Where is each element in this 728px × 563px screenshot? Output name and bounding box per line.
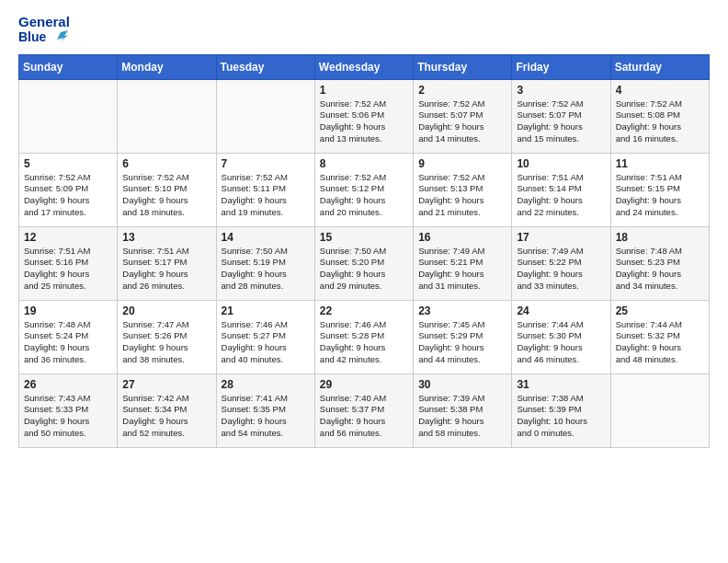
day-number: 9 (418, 157, 506, 170)
weekday-thursday: Thursday (414, 54, 512, 79)
day-cell: 14Sunrise: 7:50 AM Sunset: 5:19 PM Dayli… (216, 226, 314, 300)
logo-container: General Blue (18, 15, 70, 45)
day-number: 1 (320, 84, 408, 97)
day-cell: 22Sunrise: 7:46 AM Sunset: 5:28 PM Dayli… (314, 300, 413, 373)
day-number: 5 (24, 157, 112, 170)
day-number: 2 (418, 84, 506, 97)
week-row-5: 26Sunrise: 7:43 AM Sunset: 5:33 PM Dayli… (19, 373, 710, 447)
day-cell: 16Sunrise: 7:49 AM Sunset: 5:21 PM Dayli… (414, 226, 512, 300)
day-info: Sunrise: 7:41 AM Sunset: 5:35 PM Dayligh… (222, 393, 310, 440)
day-number: 18 (616, 231, 704, 244)
day-info: Sunrise: 7:39 AM Sunset: 5:38 PM Dayligh… (418, 393, 506, 440)
week-row-1: 1Sunrise: 7:52 AM Sunset: 5:06 PM Daylig… (19, 79, 710, 153)
day-info: Sunrise: 7:52 AM Sunset: 5:10 PM Dayligh… (122, 172, 210, 219)
day-cell (216, 79, 314, 153)
day-cell: 20Sunrise: 7:47 AM Sunset: 5:26 PM Dayli… (118, 300, 216, 373)
day-number: 13 (122, 231, 210, 244)
day-cell (19, 79, 118, 153)
day-number: 7 (222, 157, 310, 170)
day-cell: 26Sunrise: 7:43 AM Sunset: 5:33 PM Dayli… (19, 373, 118, 447)
calendar-table: SundayMondayTuesdayWednesdayThursdayFrid… (18, 54, 710, 448)
day-number: 17 (517, 231, 605, 244)
day-cell: 11Sunrise: 7:51 AM Sunset: 5:15 PM Dayli… (610, 153, 709, 226)
week-row-4: 19Sunrise: 7:48 AM Sunset: 5:24 PM Dayli… (19, 300, 710, 373)
day-cell: 17Sunrise: 7:49 AM Sunset: 5:22 PM Dayli… (512, 226, 610, 300)
logo: General Blue (18, 15, 70, 45)
day-info: Sunrise: 7:45 AM Sunset: 5:29 PM Dayligh… (418, 319, 506, 366)
weekday-wednesday: Wednesday (314, 54, 413, 79)
day-number: 14 (222, 231, 310, 244)
day-info: Sunrise: 7:51 AM Sunset: 5:16 PM Dayligh… (24, 246, 112, 293)
day-cell: 7Sunrise: 7:52 AM Sunset: 5:11 PM Daylig… (216, 153, 314, 226)
day-number: 16 (418, 231, 506, 244)
day-info: Sunrise: 7:48 AM Sunset: 5:23 PM Dayligh… (616, 246, 704, 293)
weekday-header-row: SundayMondayTuesdayWednesdayThursdayFrid… (19, 54, 710, 79)
day-number: 3 (517, 84, 605, 97)
logo-general: General (18, 15, 70, 30)
day-info: Sunrise: 7:47 AM Sunset: 5:26 PM Dayligh… (122, 319, 210, 366)
day-cell: 28Sunrise: 7:41 AM Sunset: 5:35 PM Dayli… (216, 373, 314, 447)
day-cell: 30Sunrise: 7:39 AM Sunset: 5:38 PM Dayli… (414, 373, 512, 447)
day-info: Sunrise: 7:52 AM Sunset: 5:13 PM Dayligh… (418, 172, 506, 219)
day-number: 31 (517, 378, 605, 391)
day-info: Sunrise: 7:44 AM Sunset: 5:32 PM Dayligh… (616, 319, 704, 366)
day-number: 12 (24, 231, 112, 244)
day-number: 22 (320, 304, 408, 317)
day-number: 4 (616, 84, 704, 97)
day-number: 25 (616, 304, 704, 317)
day-info: Sunrise: 7:52 AM Sunset: 5:06 PM Dayligh… (320, 98, 408, 145)
day-info: Sunrise: 7:52 AM Sunset: 5:12 PM Dayligh… (320, 172, 408, 219)
day-info: Sunrise: 7:46 AM Sunset: 5:28 PM Dayligh… (320, 319, 408, 366)
calendar-page: General Blue SundayMondayTuesdayWednesda… (0, 0, 728, 563)
day-info: Sunrise: 7:38 AM Sunset: 5:39 PM Dayligh… (517, 393, 605, 440)
day-number: 27 (122, 378, 210, 391)
day-cell: 9Sunrise: 7:52 AM Sunset: 5:13 PM Daylig… (414, 153, 512, 226)
week-row-2: 5Sunrise: 7:52 AM Sunset: 5:09 PM Daylig… (19, 153, 710, 226)
weekday-tuesday: Tuesday (216, 54, 314, 79)
header: General Blue (18, 15, 710, 45)
day-info: Sunrise: 7:52 AM Sunset: 5:11 PM Dayligh… (222, 172, 310, 219)
day-cell: 5Sunrise: 7:52 AM Sunset: 5:09 PM Daylig… (19, 153, 118, 226)
day-number: 29 (320, 378, 408, 391)
day-info: Sunrise: 7:52 AM Sunset: 5:08 PM Dayligh… (616, 98, 704, 145)
day-number: 10 (517, 157, 605, 170)
day-cell: 15Sunrise: 7:50 AM Sunset: 5:20 PM Dayli… (314, 226, 413, 300)
day-number: 24 (517, 304, 605, 317)
day-cell: 23Sunrise: 7:45 AM Sunset: 5:29 PM Dayli… (414, 300, 512, 373)
day-info: Sunrise: 7:51 AM Sunset: 5:17 PM Dayligh… (122, 246, 210, 293)
day-info: Sunrise: 7:52 AM Sunset: 5:09 PM Dayligh… (24, 172, 112, 219)
day-number: 11 (616, 157, 704, 170)
day-number: 23 (418, 304, 506, 317)
day-number: 8 (320, 157, 408, 170)
day-info: Sunrise: 7:43 AM Sunset: 5:33 PM Dayligh… (24, 393, 112, 440)
day-info: Sunrise: 7:52 AM Sunset: 5:07 PM Dayligh… (517, 98, 605, 145)
day-cell: 29Sunrise: 7:40 AM Sunset: 5:37 PM Dayli… (314, 373, 413, 447)
day-cell: 1Sunrise: 7:52 AM Sunset: 5:06 PM Daylig… (314, 79, 413, 153)
day-cell: 27Sunrise: 7:42 AM Sunset: 5:34 PM Dayli… (118, 373, 216, 447)
day-cell: 31Sunrise: 7:38 AM Sunset: 5:39 PM Dayli… (512, 373, 610, 447)
day-number: 26 (24, 378, 112, 391)
day-info: Sunrise: 7:50 AM Sunset: 5:19 PM Dayligh… (222, 246, 310, 293)
day-cell: 21Sunrise: 7:46 AM Sunset: 5:27 PM Dayli… (216, 300, 314, 373)
day-number: 21 (222, 304, 310, 317)
day-cell: 6Sunrise: 7:52 AM Sunset: 5:10 PM Daylig… (118, 153, 216, 226)
day-number: 19 (24, 304, 112, 317)
week-row-3: 12Sunrise: 7:51 AM Sunset: 5:16 PM Dayli… (19, 226, 710, 300)
day-info: Sunrise: 7:44 AM Sunset: 5:30 PM Dayligh… (517, 319, 605, 366)
day-number: 15 (320, 231, 408, 244)
day-cell: 24Sunrise: 7:44 AM Sunset: 5:30 PM Dayli… (512, 300, 610, 373)
day-info: Sunrise: 7:51 AM Sunset: 5:15 PM Dayligh… (616, 172, 704, 219)
day-cell: 2Sunrise: 7:52 AM Sunset: 5:07 PM Daylig… (414, 79, 512, 153)
day-info: Sunrise: 7:42 AM Sunset: 5:34 PM Dayligh… (122, 393, 210, 440)
logo-bird-icon (48, 30, 68, 45)
day-cell: 4Sunrise: 7:52 AM Sunset: 5:08 PM Daylig… (610, 79, 709, 153)
day-cell (118, 79, 216, 153)
day-info: Sunrise: 7:50 AM Sunset: 5:20 PM Dayligh… (320, 246, 408, 293)
day-number: 20 (122, 304, 210, 317)
day-info: Sunrise: 7:49 AM Sunset: 5:22 PM Dayligh… (517, 246, 605, 293)
day-info: Sunrise: 7:48 AM Sunset: 5:24 PM Dayligh… (24, 319, 112, 366)
weekday-saturday: Saturday (610, 54, 709, 79)
logo-blue: Blue (18, 30, 70, 45)
day-info: Sunrise: 7:49 AM Sunset: 5:21 PM Dayligh… (418, 246, 506, 293)
day-number: 6 (122, 157, 210, 170)
